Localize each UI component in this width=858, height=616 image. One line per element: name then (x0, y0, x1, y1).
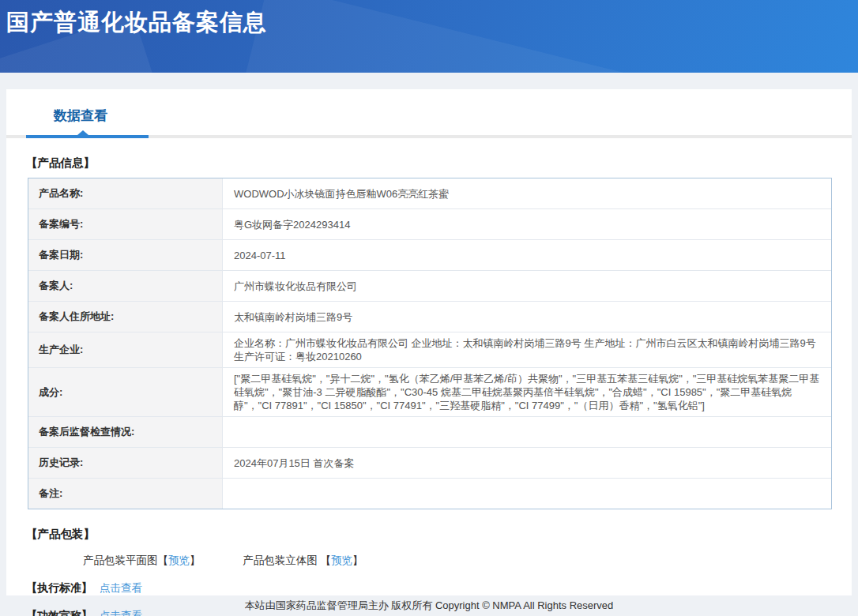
table-row-supervision-check: 备案后监督检查情况: (28, 417, 831, 448)
tab-active-underline (26, 135, 149, 138)
packaging-stereo-preview-link[interactable]: 预览 (331, 554, 352, 566)
bracket-open: 【 (321, 554, 332, 566)
bracket-close: 】 (352, 554, 363, 566)
row-label: 备案人: (28, 271, 223, 302)
row-value (223, 417, 832, 448)
row-label: 备案日期: (28, 240, 223, 271)
table-row-product-name: 产品名称: WODWOD小冰块镜面持色唇釉W06亮亮红茶蜜 (28, 178, 831, 209)
table-row-manufacturer: 生产企业: 企业名称：广州市蝶妆化妆品有限公司 企业地址：太和镇南岭村岗埔三路9… (28, 332, 831, 368)
standard-view-link[interactable]: 点击查看 (100, 582, 142, 594)
page-title: 国产普通化妆品备案信息 (0, 0, 858, 39)
page-header-banner: 国产普通化妆品备案信息 (0, 0, 858, 73)
product-info-table: 产品名称: WODWOD小冰块镜面持色唇釉W06亮亮红茶蜜 备案编号: 粤G妆网… (28, 178, 831, 509)
row-value: 2024-07-11 (223, 240, 832, 271)
row-value: 企业名称：广州市蝶妆化妆品有限公司 企业地址：太和镇南岭村岗埔三路9号 生产地址… (223, 332, 832, 368)
row-label: 备案人住所地址: (28, 302, 223, 332)
product-info-table-wrap: 产品名称: WODWOD小冰块镜面持色唇釉W06亮亮红茶蜜 备案编号: 粤G妆网… (28, 178, 832, 509)
packaging-section-title: 【产品包装】 (26, 527, 852, 542)
row-value (223, 479, 832, 509)
row-label: 备案编号: (28, 209, 223, 240)
packaging-flat-label: 产品包装平面图 (83, 554, 158, 566)
packaging-stereo-group: 产品包装立体图 【预览】 (243, 554, 363, 568)
bracket-open: 【 (158, 554, 169, 566)
table-row-ingredients: 成分: ["聚二甲基硅氧烷"，"异十二烷"，"氢化（苯乙烯/甲基苯乙烯/茚）共聚… (28, 368, 831, 417)
table-row-remarks: 备注: (28, 479, 831, 509)
packaging-preview-line: 产品包装平面图【预览】 产品包装立体图 【预览】 (83, 554, 852, 568)
standard-line: 【执行标准】点击查看 (26, 581, 852, 595)
row-label: 成分: (28, 368, 223, 417)
row-label: 备案后监督检查情况: (28, 417, 223, 448)
table-row-history: 历史记录: 2024年07月15日 首次备案 (28, 448, 831, 479)
table-row-registrant-address: 备案人住所地址: 太和镇南岭村岗埔三路9号 (28, 302, 831, 332)
packaging-flat-preview-link[interactable]: 预览 (168, 554, 190, 566)
standard-section-title: 【执行标准】 (26, 581, 92, 594)
efficacy-section-title: 【功效宣称】 (26, 609, 92, 616)
tab-active-triangle-icon (77, 130, 88, 135)
content-card: 数据查看 【产品信息】 产品名称: WODWOD小冰块镜面持色唇釉W06亮亮红茶… (6, 89, 852, 595)
table-row-registrant: 备案人: 广州市蝶妆化妆品有限公司 (28, 271, 831, 302)
packaging-flat-group: 产品包装平面图【预览】 (83, 554, 201, 568)
row-value: WODWOD小冰块镜面持色唇釉W06亮亮红茶蜜 (223, 178, 832, 209)
efficacy-view-link[interactable]: 点击查看 (100, 610, 142, 616)
table-row-record-date: 备案日期: 2024-07-11 (28, 240, 831, 271)
row-value: 2024年07月15日 首次备案 (223, 448, 832, 479)
tab-bar: 数据查看 (6, 107, 852, 138)
table-row-record-number: 备案编号: 粤G妆网备字2024293414 (28, 209, 831, 240)
row-label: 产品名称: (28, 178, 223, 209)
tab-underline-track (6, 135, 852, 138)
row-label: 备注: (28, 479, 223, 509)
row-label: 历史记录: (28, 448, 223, 479)
row-value: 粤G妆网备字2024293414 (223, 209, 832, 240)
row-value: 广州市蝶妆化妆品有限公司 (223, 271, 832, 302)
bracket-close: 】 (190, 554, 201, 566)
product-info-section-title: 【产品信息】 (26, 156, 852, 171)
row-value: ["聚二甲基硅氧烷"，"异十二烷"，"氢化（苯乙烯/甲基苯乙烯/茚）共聚物"，"… (223, 368, 832, 417)
packaging-stereo-label: 产品包装立体图 (243, 554, 320, 566)
row-label: 生产企业: (28, 332, 223, 368)
row-value: 太和镇南岭村岗埔三路9号 (223, 302, 832, 332)
